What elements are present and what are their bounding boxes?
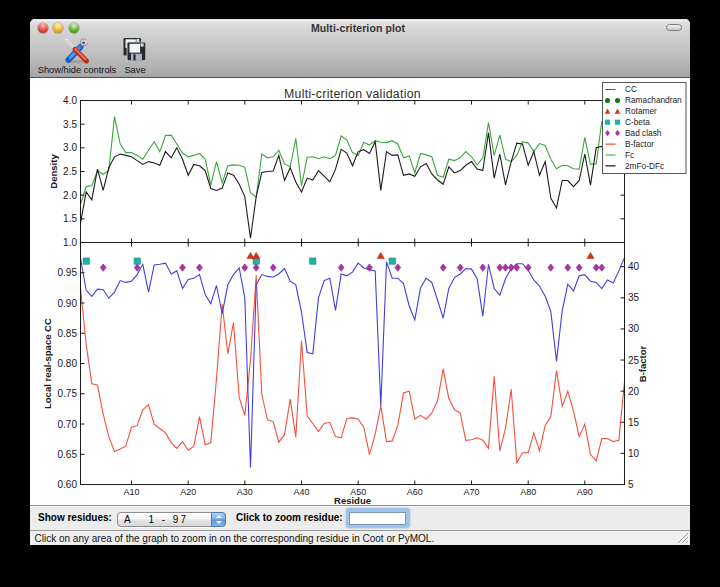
svg-text:0.95: 0.95 bbox=[58, 267, 78, 278]
svg-text:A20: A20 bbox=[180, 487, 196, 497]
svg-text:15: 15 bbox=[628, 417, 640, 428]
svg-text:40: 40 bbox=[628, 261, 640, 272]
svg-text:35: 35 bbox=[628, 292, 640, 303]
svg-text:2.0: 2.0 bbox=[63, 190, 77, 201]
svg-text:3.0: 3.0 bbox=[63, 142, 77, 153]
svg-text:Residue: Residue bbox=[334, 495, 371, 506]
svg-text:C-beta: C-beta bbox=[625, 117, 650, 127]
svg-text:A70: A70 bbox=[463, 487, 479, 497]
svg-text:Local real-space CC: Local real-space CC bbox=[42, 318, 53, 409]
svg-text:Rotamer: Rotamer bbox=[625, 106, 657, 116]
svg-text:Ramachandran: Ramachandran bbox=[625, 95, 682, 105]
svg-text:A60: A60 bbox=[407, 487, 423, 497]
svg-text:3.5: 3.5 bbox=[63, 119, 77, 130]
svg-text:0.80: 0.80 bbox=[58, 358, 78, 369]
svg-text:A10: A10 bbox=[123, 487, 139, 497]
svg-text:2mFo-DFc: 2mFo-DFc bbox=[625, 161, 664, 171]
svg-text:Fc: Fc bbox=[625, 150, 634, 160]
svg-text:10: 10 bbox=[628, 448, 640, 459]
svg-text:20: 20 bbox=[628, 386, 640, 397]
svg-text:A80: A80 bbox=[520, 487, 536, 497]
svg-text:A40: A40 bbox=[293, 487, 309, 497]
svg-text:30: 30 bbox=[628, 323, 640, 334]
svg-text:CC: CC bbox=[625, 84, 637, 94]
svg-text:0.85: 0.85 bbox=[58, 328, 78, 339]
svg-text:B-factor: B-factor bbox=[625, 139, 654, 149]
svg-text:Bad clash: Bad clash bbox=[625, 128, 662, 138]
svg-text:0.60: 0.60 bbox=[58, 479, 78, 490]
svg-text:4.0: 4.0 bbox=[63, 95, 77, 106]
svg-text:5: 5 bbox=[628, 479, 634, 490]
svg-text:Multi-criterion validation: Multi-criterion validation bbox=[284, 87, 421, 101]
svg-text:1.5: 1.5 bbox=[63, 213, 77, 224]
svg-text:1.0: 1.0 bbox=[63, 237, 77, 248]
svg-text:0.75: 0.75 bbox=[58, 388, 78, 399]
svg-text:Density: Density bbox=[48, 154, 59, 189]
svg-text:0.70: 0.70 bbox=[58, 419, 78, 430]
svg-text:A30: A30 bbox=[237, 487, 253, 497]
svg-text:B-factor: B-factor bbox=[637, 345, 648, 382]
svg-text:2.5: 2.5 bbox=[63, 166, 77, 177]
svg-text:0.65: 0.65 bbox=[58, 449, 78, 460]
svg-text:0.90: 0.90 bbox=[58, 298, 78, 309]
svg-text:A90: A90 bbox=[577, 487, 593, 497]
